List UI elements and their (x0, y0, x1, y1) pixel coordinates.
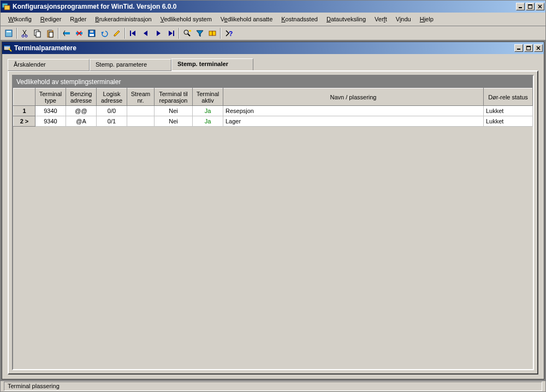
inner-maximize-button[interactable] (524, 44, 533, 52)
svg-rect-15 (49, 32, 53, 37)
tab-panel: Vedlikehold av stemplingsterminaler (8, 70, 538, 375)
inner-window-icon (3, 44, 12, 52)
col-stream-nr[interactable]: Stream nr. (127, 88, 155, 106)
save-icon[interactable] (86, 27, 98, 39)
prev-icon[interactable] (140, 27, 152, 39)
cell-reparasjon[interactable]: Nei (155, 106, 193, 116)
menu-wtkonfig[interactable]: Wtkonfig (4, 14, 36, 25)
inner-window: Terminalparametere Årskalender Stemp. pa… (2, 41, 544, 379)
pencil-icon[interactable] (111, 27, 123, 39)
col-navn-plassering[interactable]: Navn / plassering (223, 88, 484, 106)
toolbar: ? (1, 26, 545, 40)
svg-text:?: ? (229, 30, 233, 38)
tab-stemp-parametere[interactable]: Stemp. parametere (90, 59, 171, 71)
toolbar-open-icon[interactable] (3, 27, 15, 39)
statusbar: Terminal plassering (1, 381, 545, 391)
col-terminal-aktiv[interactable]: Terminal aktiv (193, 88, 223, 106)
delete-row-icon[interactable] (73, 27, 85, 39)
titlebar: Konfigurasjonsprogrammet for WinTid. Ver… (1, 1, 545, 13)
inner-minimize-button[interactable] (514, 44, 523, 52)
svg-rect-29 (212, 31, 216, 35)
svg-rect-28 (209, 31, 212, 35)
cell-reparasjon[interactable]: Nei (155, 116, 193, 127)
main-window: Konfigurasjonsprogrammet for WinTid. Ver… (0, 0, 546, 392)
table-row[interactable]: 1 9340 @@ 0/0 Nei Ja Resepsjon Lukket (14, 106, 533, 116)
cell-navn[interactable]: Resepsjon (223, 106, 484, 116)
col-terminal-reparasjon[interactable]: Terminal til reparasjon (155, 88, 193, 106)
menu-rader[interactable]: Rader (66, 14, 91, 25)
paste-icon[interactable] (44, 27, 56, 39)
menu-rediger[interactable]: Rediger (36, 14, 66, 25)
col-benzing-adresse[interactable]: Benzing adresse (66, 88, 97, 106)
cell-type[interactable]: 9340 (35, 116, 66, 127)
find-icon[interactable] (181, 27, 193, 39)
maximize-button[interactable] (526, 3, 535, 10)
filter-icon[interactable] (194, 27, 206, 39)
close-button[interactable] (536, 3, 544, 10)
grid-area: Terminal type Benzing adresse Logisk adr… (13, 88, 533, 369)
row-number[interactable]: 2 > (14, 116, 35, 127)
svg-point-25 (184, 30, 188, 34)
svg-rect-16 (63, 32, 70, 34)
next-icon[interactable] (152, 27, 164, 39)
tab-strip: Årskalender Stemp. parametere Stemp. ter… (8, 58, 538, 70)
cell-dor[interactable]: Lukket (484, 106, 533, 116)
terminal-grid[interactable]: Terminal type Benzing adresse Logisk adr… (13, 88, 533, 127)
table-row[interactable]: 2 > 9340 @A 0/1 Nei Ja Lager Lukket (14, 116, 533, 127)
cell-aktiv[interactable]: Ja (193, 116, 223, 127)
cell-stream[interactable] (127, 106, 155, 116)
duplicate-icon[interactable] (206, 27, 218, 39)
col-logisk-adresse[interactable]: Logisk adresse (97, 88, 127, 106)
status-text: Terminal plassering (4, 382, 542, 391)
cell-stream[interactable] (127, 116, 155, 127)
svg-rect-8 (7, 31, 11, 32)
help-icon[interactable]: ? (223, 27, 235, 39)
row-number[interactable]: 1 (14, 106, 35, 116)
cell-benzing[interactable]: @A (66, 116, 97, 127)
svg-rect-1 (4, 5, 10, 10)
last-icon[interactable] (165, 27, 177, 39)
col-rownum[interactable] (14, 88, 35, 106)
insert-row-icon[interactable] (61, 27, 73, 39)
svg-rect-32 (4, 45, 10, 46)
svg-line-26 (188, 34, 190, 36)
svg-rect-12 (36, 32, 40, 37)
cell-type[interactable]: 9340 (35, 106, 66, 116)
svg-rect-7 (5, 30, 12, 37)
menu-brukeradministrasjon[interactable]: Brukeradministrasjon (91, 14, 156, 25)
tab-arskalender[interactable]: Årskalender (8, 59, 90, 71)
svg-rect-14 (49, 29, 52, 31)
panel-title: Vedlikehold av stemplingsterminaler (13, 76, 533, 88)
menu-vedlikehold-ansatte[interactable]: Vedlikehold ansatte (216, 14, 277, 25)
menubar: Wtkonfig Rediger Rader Brukeradministras… (1, 13, 545, 26)
cell-benzing[interactable]: @@ (66, 106, 97, 116)
menu-vedlikehold-system[interactable]: Vedlikehold system (156, 14, 216, 25)
cell-logisk[interactable]: 0/0 (97, 106, 127, 116)
cell-aktiv[interactable]: Ja (193, 106, 223, 116)
menu-kostnadssted[interactable]: Kostnadssted (277, 14, 322, 25)
inner-titlebar: Terminalparametere (2, 42, 544, 54)
app-icon (2, 2, 10, 11)
inner-close-button[interactable] (534, 44, 543, 52)
inner-window-title: Terminalparametere (14, 44, 514, 52)
cut-icon[interactable] (19, 27, 31, 39)
svg-rect-27 (189, 30, 191, 32)
col-terminal-type[interactable]: Terminal type (35, 88, 66, 106)
client-area: Terminalparametere Årskalender Stemp. pa… (1, 40, 545, 381)
menu-vindu[interactable]: Vindu (391, 14, 416, 25)
copy-icon[interactable] (32, 27, 44, 39)
menu-datautveksling[interactable]: Datautveksling (322, 14, 370, 25)
first-icon[interactable] (127, 27, 139, 39)
svg-rect-21 (90, 34, 94, 36)
window-title: Konfigurasjonsprogrammet for WinTid. Ver… (13, 3, 516, 10)
col-dor-rele-status[interactable]: Dør-rele status (484, 88, 533, 106)
tab-stemp-terminaler[interactable]: Stemp. terminaler (171, 58, 253, 70)
cell-logisk[interactable]: 0/1 (97, 116, 127, 127)
menu-verft[interactable]: Verft (370, 14, 391, 25)
menu-hjelp[interactable]: Hjelp (416, 14, 437, 25)
svg-rect-22 (90, 31, 93, 33)
cell-dor[interactable]: Lukket (484, 116, 533, 127)
cell-navn[interactable]: Lager (223, 116, 484, 127)
undo-icon[interactable] (98, 27, 110, 39)
minimize-button[interactable] (516, 3, 525, 10)
